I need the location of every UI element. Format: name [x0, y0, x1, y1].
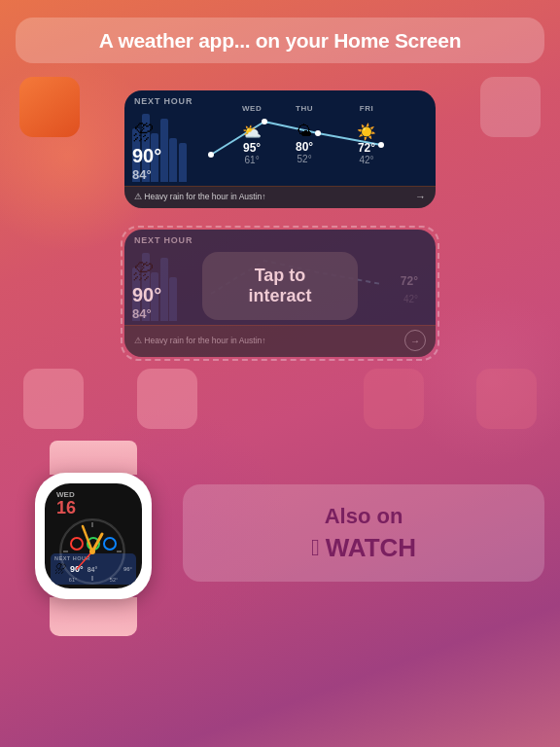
arrow-circle[interactable]: →	[404, 330, 426, 351]
also-watch-row:  WATCH	[311, 533, 416, 563]
widget2-current: ⛈ 90° 84°	[132, 262, 198, 321]
arrow-icon: →	[410, 336, 420, 346]
weather-widget-1[interactable]: NEXT HOUR ⛈ 90° 84°	[124, 90, 436, 208]
widget1-footer: ⚠ Heavy rain for the hour in Austin↑ →	[124, 186, 436, 208]
day-icon-wed: ⛅	[242, 123, 262, 141]
day-high-thu: 80°	[296, 140, 313, 154]
svg-line-11	[77, 551, 92, 569]
also-on-panel: Also on  WATCH	[183, 484, 544, 582]
widget2-footer: ⚠ Heavy rain for the hour in Austin↑ →	[124, 325, 436, 357]
day-icon-thu: 🌤	[297, 123, 312, 140]
watch-band-top	[50, 441, 137, 475]
current-weather: ⛈ 90° 84°	[132, 123, 198, 182]
day-high-wed: 95°	[243, 141, 261, 155]
second-temp: 84°	[132, 167, 152, 182]
svg-line-10	[83, 526, 92, 551]
apple-logo-icon: 	[311, 534, 320, 561]
watch-date: 16	[56, 499, 130, 516]
watch-face: WED 16	[45, 483, 142, 588]
day-label-thu: THU	[296, 104, 313, 113]
bottom-section: WED 16	[16, 441, 544, 625]
watch-label: WATCH	[326, 533, 416, 563]
watch-body: WED 16	[35, 473, 152, 599]
apple-watch: WED 16	[16, 441, 171, 625]
current-temp: 90°	[132, 144, 161, 167]
current-icon: ⛈	[132, 123, 154, 144]
app-icon-pink-1[interactable]	[23, 369, 84, 429]
day-low-wed: 61°	[245, 155, 260, 165]
tap-overlay[interactable]: Tap to interact	[202, 252, 358, 320]
day-label-fri: FRI	[360, 104, 373, 113]
svg-point-3	[378, 142, 384, 148]
watch-clock	[59, 518, 127, 532]
weather-widget-2[interactable]: NEXT HOUR ⛈ 90° 84°	[124, 230, 436, 357]
tap-to-interact-text: Tap to interact	[248, 266, 311, 305]
day-label-wed: WED	[242, 104, 262, 113]
svg-point-12	[89, 549, 95, 554]
day-high-fri: 72°	[358, 141, 375, 155]
day-icon-fri: ☀️	[357, 123, 376, 141]
widget2-wrapper[interactable]: NEXT HOUR ⛈ 90° 84°	[121, 226, 439, 361]
svg-line-9	[92, 534, 102, 551]
watch-band-bottom	[50, 597, 137, 636]
also-on-text: Also on	[325, 504, 403, 529]
page-title: A weather app... on your Home Screen	[99, 29, 461, 52]
app-icon-rose-1[interactable]	[364, 369, 424, 429]
svg-point-2	[315, 130, 321, 136]
footer-text: ⚠ Heavy rain for the hour in Austin↑	[134, 192, 266, 201]
app-icon-pink-2[interactable]	[137, 369, 197, 429]
footer-text-2: ⚠ Heavy rain for the hour in Austin↑	[134, 336, 266, 345]
day-low-thu: 52°	[298, 154, 312, 164]
svg-point-0	[208, 152, 214, 158]
title-banner: A weather app... on your Home Screen	[16, 18, 544, 63]
day-low-fri: 42°	[359, 155, 373, 165]
app-icon-rose-2[interactable]	[476, 369, 537, 429]
bottom-icon-row	[16, 361, 544, 433]
svg-point-1	[262, 119, 267, 124]
watch-screen: WED 16	[45, 483, 142, 588]
apple-logo-footer: →	[415, 191, 426, 202]
